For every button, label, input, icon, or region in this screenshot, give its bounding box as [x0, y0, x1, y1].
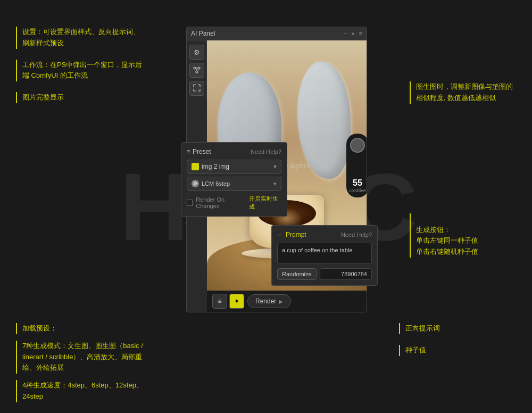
bottom-right-annotations: 正向提示词 种子值 — [399, 323, 516, 402]
right-annotations: 图生图时，调整新图像与垫图的相似程度, 数值越低越相似 生成按钮： 单击左键同一… — [399, 27, 516, 312]
workflow-toolbar-btn[interactable] — [189, 63, 204, 78]
bottom-right-annotation-seed: 种子值 — [399, 345, 516, 356]
minimize-button[interactable]: − — [344, 30, 347, 37]
settings-toolbar-btn[interactable]: ⚙ — [189, 45, 204, 60]
render-on-changes-checkbox[interactable] — [187, 200, 193, 206]
randomize-button[interactable]: Randomize — [277, 268, 317, 280]
prompt-arrow-icon: ← — [277, 231, 284, 238]
menu-button[interactable]: ≡ — [359, 30, 362, 37]
bottom-right-annotation-prompt: 正向提示词 — [399, 323, 516, 334]
preset-select-icon — [192, 163, 199, 170]
panel-toolbar: ⚙ — [187, 40, 207, 100]
list-preset-icon: ≡ — [187, 148, 190, 155]
main-container: 设置：可设置界面样式、反向提示词、刷新样式预设 工作流：在PS中弹出一个窗口，显… — [0, 0, 532, 413]
fullscreen-toolbar-btn[interactable] — [189, 81, 204, 96]
render-on-changes: Render On Changes 开启实时生成 — [187, 195, 281, 211]
workflow-icon — [193, 66, 201, 75]
lcm-select-arrow: ▾ — [273, 180, 277, 187]
annotation-fullscreen: 图片完整显示 — [16, 92, 146, 103]
fullscreen-icon — [193, 84, 201, 93]
preset-help[interactable]: Need Help? — [251, 148, 281, 155]
bottom-annotation-preset-title: 加载预设： — [16, 323, 154, 334]
right-annotation-slider: 图生图时，调整新图像与垫图的相似程度, 数值越低越相似 — [410, 81, 516, 104]
creative-slider[interactable]: 55 creative — [346, 134, 367, 197]
ai-panel-title: AI Panel — [191, 30, 215, 37]
seed-value: 78906784 — [320, 268, 372, 280]
gear-icon: ⚙ — [194, 48, 200, 56]
preset-select-arrow: ▾ — [273, 163, 277, 170]
annotation-workflow: 工作流：在PS中弹出一个窗口，显示后端 ComfyUI 的工作流 — [16, 60, 146, 82]
slider-value: 55 creative — [349, 178, 366, 193]
right-annotation-render: 生成按钮： 单击左键同一种子值 单击右键随机种子值 — [410, 213, 516, 258]
magic-icon: ✦ — [234, 298, 239, 305]
magic-btn[interactable]: ✦ — [229, 294, 244, 309]
list-icon: ≡ — [218, 298, 221, 305]
bottom-section: 加载预设： 7种生成模式：文生图、图生图（basic / linerart / … — [0, 318, 532, 413]
preset-dropdown[interactable]: img 2 img ▾ — [187, 160, 281, 174]
lcm-dropdown[interactable]: ⚙ LCM 6step ▾ — [187, 177, 281, 191]
preset-title: ≡ Preset — [187, 148, 211, 155]
close-button[interactable]: × — [351, 30, 354, 37]
prompt-panel: ← Prompt Need Help? a cup of coffee on t… — [271, 225, 378, 286]
titlebar-controls: − × ≡ — [344, 30, 362, 37]
svg-point-1 — [198, 67, 200, 69]
bottom-left: 加载预设： 7种生成模式：文生图、图生图（basic / linerart / … — [16, 323, 154, 402]
ai-panel-titlebar: AI Panel − × ≡ — [187, 27, 367, 40]
bottom-center — [165, 323, 388, 402]
center-area: AI Panel − × ≡ ⚙ — [154, 27, 399, 312]
render-button[interactable]: Render ▶ — [247, 294, 291, 308]
slider-thumb[interactable] — [350, 138, 365, 153]
prompt-input[interactable]: a cup of coffee on the table — [277, 243, 372, 264]
prompt-title: ← Prompt — [277, 231, 306, 238]
bottom-toolbar-left: ≡ ✦ — [212, 294, 244, 309]
play-icon: ▶ — [279, 299, 283, 304]
top-section: 设置：可设置界面样式、反向提示词、刷新样式预设 工作流：在PS中弹出一个窗口，显… — [0, 0, 532, 318]
prompt-bottom: Randomize 78906784 — [277, 268, 372, 280]
prompt-help[interactable]: Need Help? — [341, 232, 372, 238]
annotation-settings: 设置：可设置界面样式、反向提示词、刷新样式预设 — [16, 27, 146, 49]
list-btn[interactable]: ≡ — [212, 294, 227, 309]
bottom-annotation-modes: 7种生成模式：文生图、图生图（basic / linerart / scribb… — [16, 341, 154, 374]
lcm-icon: ⚙ — [192, 180, 199, 187]
bottom-annotation-speeds: 4种生成速度：4step、6step、12step、24step — [16, 380, 154, 402]
svg-point-2 — [196, 71, 198, 73]
left-annotations: 设置：可设置界面样式、反向提示词、刷新样式预设 工作流：在PS中弹出一个窗口，显… — [16, 27, 154, 312]
render-label: 开启实时生成 — [249, 195, 281, 211]
panel-bottom-toolbar: ≡ ✦ Render ▶ — [207, 291, 367, 312]
preset-header: ≡ Preset Need Help? — [187, 148, 281, 155]
prompt-header: ← Prompt Need Help? — [277, 231, 372, 238]
preset-panel: ≡ Preset Need Help? img 2 img ▾ ⚙ LCM 6 — [181, 142, 287, 217]
svg-point-0 — [194, 67, 196, 69]
